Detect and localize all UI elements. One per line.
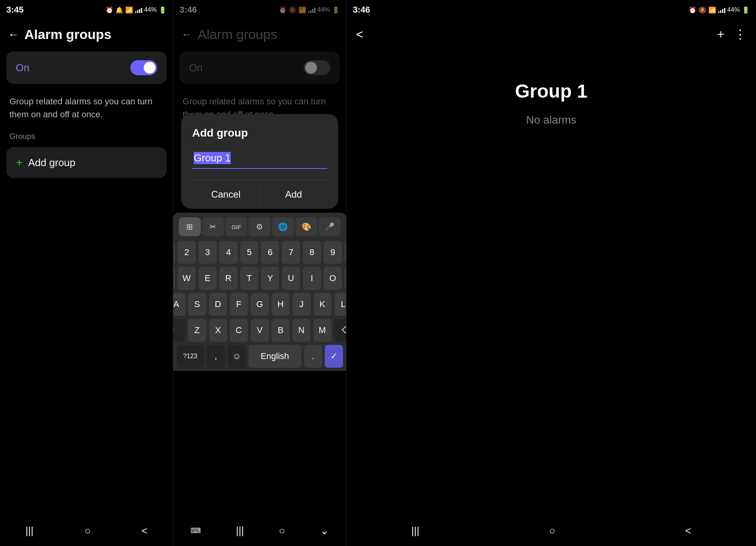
key-n[interactable]: N: [293, 319, 311, 342]
key-v[interactable]: V: [251, 319, 269, 342]
middle-panel: 3:46 ⏰ 🔕 📶 44% 🔋 ← Alarm groups On Group…: [173, 0, 346, 546]
key-special[interactable]: ?123: [176, 345, 204, 368]
kb-mic-button[interactable]: 🎤: [319, 217, 341, 236]
kb-grid-button[interactable]: ⊞: [179, 217, 201, 236]
left-plus-icon: +: [16, 156, 23, 169]
left-add-group-label: Add group: [28, 157, 76, 169]
right-back-button[interactable]: <: [356, 27, 363, 42]
right-status-bar: 3:46 ⏰ 🔕 📶 44% 🔋: [346, 0, 756, 20]
key-o[interactable]: O: [324, 267, 342, 290]
key-3[interactable]: 3: [198, 241, 217, 264]
key-t[interactable]: T: [240, 267, 258, 290]
key-k[interactable]: K: [313, 293, 332, 316]
key-comma[interactable]: ,: [207, 345, 225, 368]
key-x[interactable]: X: [209, 319, 227, 342]
space-label: English: [261, 351, 289, 361]
key-a[interactable]: A: [173, 293, 185, 316]
middle-nav-recent[interactable]: |||: [228, 521, 252, 541]
key-m[interactable]: M: [313, 319, 332, 342]
left-panel: 3:45 ⏰ 🔔 📶 44% 🔋 ← Alarm groups On Group…: [0, 0, 173, 546]
right-group-title: Group 1: [346, 80, 756, 102]
right-add-button[interactable]: +: [717, 27, 724, 42]
key-space[interactable]: English: [248, 345, 301, 368]
gif-label: GIF: [232, 224, 241, 230]
left-toggle-switch[interactable]: [130, 60, 157, 75]
left-battery: 44%: [144, 6, 157, 13]
left-toggle-row[interactable]: On: [6, 52, 167, 84]
add-group-dialog: Add group Cancel Add: [181, 114, 338, 209]
key-enter[interactable]: ✓: [325, 345, 343, 368]
key-b[interactable]: B: [272, 319, 290, 342]
wifi-icon: 📶: [125, 6, 133, 14]
key-i[interactable]: I: [303, 267, 321, 290]
right-panel-actions: + ⋮: [717, 27, 747, 42]
key-s[interactable]: S: [188, 293, 206, 316]
left-nav-home[interactable]: ○: [76, 521, 98, 541]
right-nav-back[interactable]: <: [677, 521, 699, 541]
right-nav-home[interactable]: ○: [541, 521, 563, 541]
key-6[interactable]: 6: [261, 241, 279, 264]
middle-nav-keyboard[interactable]: ⌨: [183, 522, 209, 539]
key-shift[interactable]: ⇧: [173, 319, 185, 342]
left-nav-bar: ||| ○ <: [0, 518, 173, 546]
key-4[interactable]: 4: [219, 241, 237, 264]
key-period[interactable]: .: [304, 345, 322, 368]
middle-nav-dismiss[interactable]: ⌄: [312, 521, 337, 541]
dialog-overlay: Add group Cancel Add ⊞ ✂ GIF ⚙ 🌐 🎨 🎤: [173, 0, 346, 546]
right-wifi-icon: 📶: [708, 6, 716, 14]
key-row-qwerty: Q W E R T Y U I O P: [176, 267, 343, 290]
key-5[interactable]: 5: [240, 241, 258, 264]
key-y[interactable]: Y: [261, 267, 279, 290]
dialog-cancel-button[interactable]: Cancel: [192, 180, 259, 209]
right-battery-icon: 🔋: [742, 6, 750, 14]
key-u[interactable]: U: [282, 267, 300, 290]
key-e[interactable]: E: [198, 267, 217, 290]
left-time: 3:45: [6, 5, 24, 15]
right-status-icons: ⏰ 🔕 📶 44% 🔋: [689, 6, 750, 14]
kb-settings-button[interactable]: ⚙: [248, 217, 271, 236]
left-toggle-label: On: [16, 62, 30, 74]
key-emoji[interactable]: ☺: [228, 345, 246, 368]
key-z[interactable]: Z: [188, 319, 206, 342]
right-no-alarms: No alarms: [346, 114, 756, 126]
left-add-group-button[interactable]: + Add group: [6, 147, 167, 178]
key-w[interactable]: W: [178, 267, 196, 290]
key-1[interactable]: 1: [173, 241, 175, 264]
dialog-buttons: Cancel Add: [192, 180, 327, 209]
key-row-zxcv: ⇧ Z X C V B N M ⌫: [176, 319, 343, 342]
right-more-button[interactable]: ⋮: [734, 27, 747, 42]
left-back-button[interactable]: ←: [8, 28, 19, 41]
alarm-icon: ⏰: [106, 6, 113, 14]
kb-palette-button[interactable]: 🎨: [295, 217, 317, 236]
key-r[interactable]: R: [219, 267, 237, 290]
middle-nav-home[interactable]: ○: [271, 521, 293, 541]
keyboard-toolbar: ⊞ ✂ GIF ⚙ 🌐 🎨 🎤: [176, 217, 343, 236]
key-d[interactable]: D: [209, 293, 227, 316]
key-row-asdf: A S D F G H J K L: [176, 293, 343, 316]
dialog-add-button[interactable]: Add: [260, 180, 327, 209]
kb-clipboard-button[interactable]: ✂: [202, 217, 224, 236]
key-l[interactable]: L: [334, 293, 347, 316]
key-2[interactable]: 2: [178, 241, 196, 264]
left-section-header: Groups: [0, 125, 173, 145]
right-nav-recent[interactable]: |||: [404, 521, 427, 541]
key-h[interactable]: H: [272, 293, 290, 316]
dialog-title: Add group: [192, 127, 327, 139]
kb-gif-button[interactable]: GIF: [225, 217, 247, 236]
group-name-input[interactable]: [192, 149, 327, 169]
kb-translate-button[interactable]: 🌐: [272, 217, 294, 236]
left-nav-recent[interactable]: |||: [18, 521, 41, 541]
key-c[interactable]: C: [230, 319, 248, 342]
key-8[interactable]: 8: [303, 241, 321, 264]
key-9[interactable]: 9: [324, 241, 342, 264]
key-7[interactable]: 7: [282, 241, 300, 264]
left-nav-back[interactable]: <: [133, 521, 155, 541]
key-backspace[interactable]: ⌫: [334, 319, 347, 342]
key-g[interactable]: G: [251, 293, 269, 316]
key-q[interactable]: Q: [173, 267, 175, 290]
right-battery: 44%: [727, 6, 740, 13]
key-f[interactable]: F: [230, 293, 248, 316]
left-status-bar: 3:45 ⏰ 🔔 📶 44% 🔋: [0, 0, 173, 20]
battery-icon: 🔋: [159, 6, 167, 14]
key-j[interactable]: J: [293, 293, 311, 316]
